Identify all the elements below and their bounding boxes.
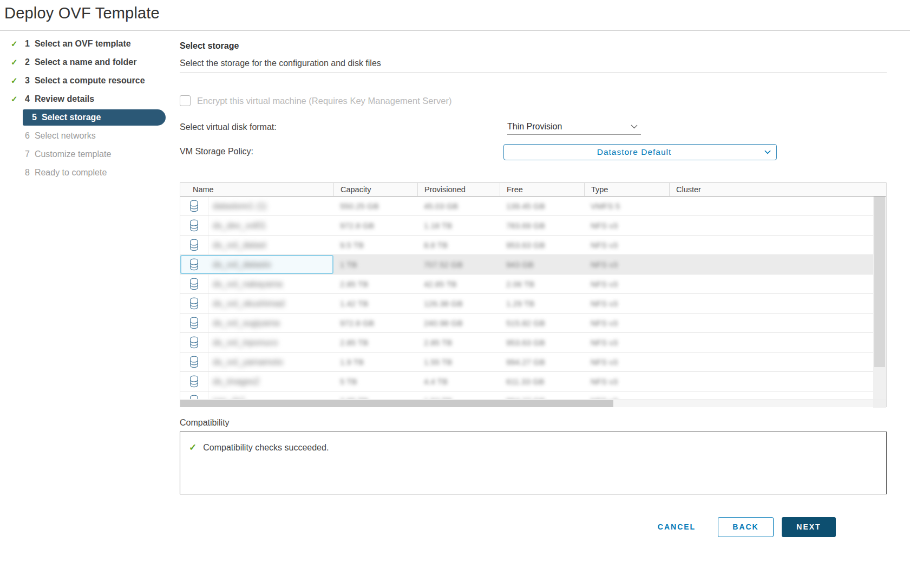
column-header-name[interactable]: Name xyxy=(180,183,333,196)
step-number: 6 xyxy=(25,131,30,141)
table-row-2[interactable]: ds_dev_vol01 972.8 GB 1.18 TB 783.69 GB … xyxy=(180,216,873,236)
wizard-step-3[interactable]: ✓ 3 Select a compute resource xyxy=(0,71,169,90)
datastore-table: NameCapacityProvisionedFreeTypeCluster d… xyxy=(180,182,887,407)
datastore-icon xyxy=(180,333,208,352)
datastore-name-cell[interactable]: ds_vol_datast xyxy=(180,236,333,254)
datastore-name-cell[interactable]: ds_vol_sugiyama xyxy=(180,313,333,332)
cell-provisioned: 1.55 TB xyxy=(424,357,452,367)
wizard-step-6: ✓ 6 Select networks xyxy=(0,127,169,145)
panel-subheading: Select the storage for the configuration… xyxy=(180,58,381,68)
datastore-name-cell[interactable]: ds_vol_inponuco xyxy=(180,333,333,352)
cell-type: NFS v3 xyxy=(591,221,618,230)
check-icon: ✓ xyxy=(189,442,197,453)
datastore-name-cell[interactable]: ds_dev_vol01 xyxy=(180,216,333,235)
cell-free: 783.69 GB xyxy=(506,221,545,230)
title-divider xyxy=(0,30,910,31)
cell-free: 611.33 GB xyxy=(506,377,545,386)
datastore-icon xyxy=(180,216,208,235)
datastore-name-cell[interactable]: ds_vol_datasto xyxy=(180,255,333,274)
scrollbar-corner xyxy=(873,400,886,408)
table-row-10[interactable]: ds_images2 5 TB 4.4 TB 611.33 GB NFS v3 xyxy=(180,372,873,391)
wizard-step-5[interactable]: ✓ 5 Select storage xyxy=(0,108,169,127)
wizard-step-4[interactable]: ✓ 4 Review details xyxy=(0,90,169,108)
cell-type: NFS v3 xyxy=(591,299,618,308)
cell-type: NFS v3 xyxy=(591,357,618,367)
datastore-name-cell[interactable]: ds_vol_yamamoto xyxy=(180,352,333,371)
cell-type: VMFS 5 xyxy=(591,201,620,211)
cell-capacity: 972.8 GB xyxy=(340,318,374,328)
cell-capacity: 2.85 TB xyxy=(340,338,368,347)
table-header-row: NameCapacityProvisionedFreeTypeCluster xyxy=(180,182,886,197)
cell-capacity: 2.85 TB xyxy=(340,279,368,289)
step-number: 5 xyxy=(32,113,37,122)
table-row-1[interactable]: datastore1 (1) 550.25 GB 45.03 GB 139.45… xyxy=(180,197,873,216)
datastore-icon xyxy=(180,372,208,391)
table-body: datastore1 (1) 550.25 GB 45.03 GB 139.45… xyxy=(180,197,873,399)
cell-free: 953.63 GB xyxy=(506,240,545,250)
datastore-name-cell[interactable]: ds_vol_nakayama xyxy=(180,275,333,293)
compatibility-box: ✓ Compatibility checks succeeded. xyxy=(180,432,887,494)
horizontal-scrollbar-thumb[interactable] xyxy=(180,400,613,407)
encrypt-label: Encrypt this virtual machine (Requires K… xyxy=(197,96,451,106)
cell-capacity: 5 TB xyxy=(340,377,357,386)
cell-name: ds_vol_nakayama xyxy=(213,279,283,289)
datastore-name-cell[interactable]: ds_images2 xyxy=(180,372,333,391)
column-header-type[interactable]: Type xyxy=(584,183,669,196)
cancel-button[interactable]: CANCEL xyxy=(651,517,703,537)
cell-name: ds_vol_datast xyxy=(213,240,266,250)
datastore-icon xyxy=(180,197,208,215)
column-header-provisioned[interactable]: Provisioned xyxy=(417,183,500,196)
column-header-capacity[interactable]: Capacity xyxy=(333,183,417,196)
next-button[interactable]: NEXT xyxy=(782,517,836,537)
vm-storage-policy-value: Datastore Default xyxy=(504,147,764,157)
datastore-icon xyxy=(180,294,208,313)
dialog-title: Deploy OVF Template xyxy=(4,4,160,22)
datastore-name-cell[interactable]: datastore1 (1) xyxy=(180,197,333,215)
wizard-step-2[interactable]: ✓ 2 Select a name and folder xyxy=(0,53,169,71)
step-label: Review details xyxy=(35,94,94,104)
step-number: 4 xyxy=(25,94,30,104)
step-number: 1 xyxy=(25,39,30,49)
vm-storage-policy-select[interactable]: Datastore Default xyxy=(503,144,777,160)
vertical-scrollbar[interactable] xyxy=(873,197,886,399)
cell-provisioned: 240.98 GB xyxy=(424,318,463,328)
table-row-9[interactable]: ds_vol_yamamoto 1.9 TB 1.55 TB 994.27 GB… xyxy=(180,352,873,372)
cell-free: 953.63 GB xyxy=(506,338,545,347)
cell-provisioned: 45.03 GB xyxy=(424,201,458,211)
table-row-6[interactable]: ds_vol_okushimad 1.42 TB 126.38 GB 1.29 … xyxy=(180,294,873,313)
disk-format-value: Thin Provision xyxy=(507,122,562,132)
cell-name: ds_vol_okushimad xyxy=(213,299,285,309)
cell-capacity: 972.8 GB xyxy=(340,221,374,230)
select-storage-panel: Select storage Select the storage for th… xyxy=(180,36,887,577)
wizard-footer: CANCEL BACK NEXT xyxy=(651,517,836,537)
table-row-5[interactable]: ds_vol_nakayama 2.85 TB 42.85 TB 2.06 TB… xyxy=(180,275,873,294)
datastore-name-cell[interactable]: nas_ds1 xyxy=(180,391,333,399)
datastore-name-cell[interactable]: ds_vol_okushimad xyxy=(180,294,333,313)
table-row-4[interactable]: ds_vol_datasto 1 TB 707.52 GB 943 GB NFS… xyxy=(180,255,873,275)
step-check-icon: ✓ xyxy=(11,39,23,49)
datastore-icon xyxy=(180,313,208,332)
cell-type: NFS v3 xyxy=(591,318,618,328)
vm-storage-policy-label: VM Storage Policy: xyxy=(180,147,253,156)
cell-name: ds_dev_vol01 xyxy=(213,221,266,231)
table-row-3[interactable]: ds_vol_datast 9.5 TB 8.8 TB 953.63 GB NF… xyxy=(180,236,873,255)
datastore-icon xyxy=(180,236,208,254)
step-number: 7 xyxy=(25,149,30,159)
back-button[interactable]: BACK xyxy=(718,517,774,537)
step-label: Select storage xyxy=(42,113,101,122)
encrypt-row: Encrypt this virtual machine (Requires K… xyxy=(180,95,451,106)
column-header-free[interactable]: Free xyxy=(500,183,584,196)
step-check-icon: ✓ xyxy=(11,57,23,67)
table-row-11[interactable]: nas_ds1 2.85 TB 1.52 TB 994.27 GB NFS v3 xyxy=(180,391,873,399)
wizard-step-7: ✓ 7 Customize template xyxy=(0,145,169,164)
table-row-7[interactable]: ds_vol_sugiyama 972.8 GB 240.98 GB 515.8… xyxy=(180,313,873,333)
disk-format-select[interactable]: Thin Provision xyxy=(507,119,641,135)
vertical-scrollbar-thumb[interactable] xyxy=(874,197,885,367)
wizard-step-1[interactable]: ✓ 1 Select an OVF template xyxy=(0,35,169,53)
table-row-8[interactable]: ds_vol_inponuco 2.85 TB 2.85 TB 953.63 G… xyxy=(180,333,873,352)
cell-free: 2.06 TB xyxy=(506,279,534,289)
horizontal-scrollbar[interactable] xyxy=(180,399,886,407)
column-header-cluster[interactable]: Cluster xyxy=(669,183,886,196)
cell-free: 1.29 TB xyxy=(506,299,534,308)
cell-type: NFS v3 xyxy=(591,279,618,289)
